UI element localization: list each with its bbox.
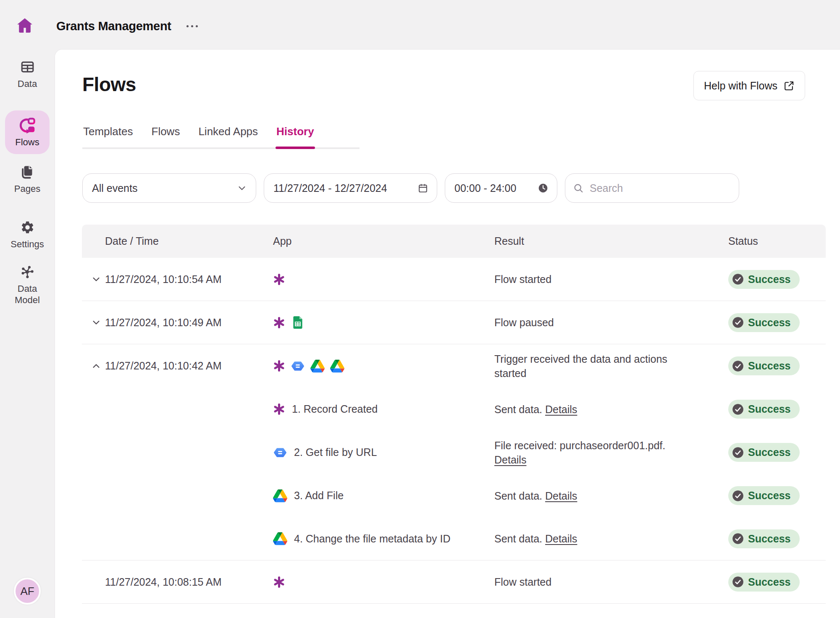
result-text: Sent data.: [494, 403, 545, 415]
flow-asterisk-icon: [273, 403, 285, 415]
status-text: Success: [748, 576, 790, 588]
sidebar-item-flows[interactable]: Flows: [5, 110, 50, 154]
flow-row[interactable]: 11/27/2024, 10:10:49 AMFlow pausedSucces…: [82, 301, 826, 344]
status-badge: Success: [728, 443, 800, 462]
result-text: Flow started: [494, 576, 551, 588]
flow-asterisk-icon: [273, 273, 285, 285]
status-badge: Success: [728, 313, 800, 332]
google-drive-icon: [273, 489, 287, 503]
status-badge: Success: [728, 486, 800, 505]
status-text: Success: [748, 273, 790, 285]
api-hexagon-icon: [291, 359, 305, 373]
collapse-chevron-icon[interactable]: [91, 361, 102, 372]
sidebar-item-data-model[interactable]: Data Model: [0, 264, 55, 306]
result-text: Flow started: [494, 273, 551, 285]
sidebar-item-settings[interactable]: Settings: [0, 220, 55, 250]
status-text: Success: [748, 360, 790, 372]
tab-flows[interactable]: Flows: [151, 125, 181, 147]
flow-row[interactable]: 11/27/2024, 10:08:15 AMFlow startedSucce…: [82, 560, 826, 604]
result-text: Trigger received the data and actions st…: [494, 353, 667, 379]
data-model-icon: [20, 264, 35, 279]
details-link[interactable]: Details: [545, 490, 577, 502]
step-row: 4. Change the file metadata by IDSent da…: [82, 517, 826, 560]
column-header-app: App: [273, 235, 494, 247]
flow-row[interactable]: 11/27/2024, 10:10:54 AMFlow startedSucce…: [82, 258, 826, 301]
flow-row[interactable]: 11/27/2024, 10:10:42 AMTrigger received …: [82, 344, 826, 388]
status-badge: Success: [728, 573, 800, 592]
tab-linked-apps[interactable]: Linked Apps: [197, 125, 259, 147]
status-text: Success: [748, 403, 790, 415]
details-link[interactable]: Details: [494, 454, 526, 466]
flow-asterisk-icon: [273, 576, 285, 588]
result-text: Flow paused: [494, 317, 554, 328]
status-badge: Success: [728, 529, 800, 548]
details-link[interactable]: Details: [545, 403, 577, 415]
status-badge: Success: [728, 356, 800, 375]
column-header-result: Result: [494, 235, 728, 247]
search-input[interactable]: [590, 182, 730, 194]
google-sheets-icon: [291, 315, 305, 330]
check-circle-icon: [732, 533, 744, 545]
table-header: Date / Time App Result Status: [82, 225, 826, 258]
expand-chevron-icon[interactable]: [91, 317, 102, 328]
flow-asterisk-icon: [273, 360, 285, 372]
api-hexagon-icon: [273, 445, 287, 460]
status-text: Success: [748, 533, 790, 545]
step-label: 1. Record Created: [292, 403, 378, 415]
google-drive-icon: [330, 359, 344, 373]
sidebar-item-label: Settings: [10, 238, 44, 250]
app-menu-button[interactable]: [186, 25, 198, 27]
row-datetime: 11/27/2024, 10:10:49 AM: [105, 317, 222, 328]
row-datetime: 11/27/2024, 10:10:54 AM: [105, 273, 222, 285]
step-label: 2. Get file by URL: [294, 446, 377, 458]
step-row: 1. Record CreatedSent data. DetailsSucce…: [82, 388, 826, 431]
help-with-flows-button[interactable]: Help with Flows: [693, 71, 805, 100]
sidebar-item-data[interactable]: Data: [0, 60, 55, 89]
check-circle-icon: [732, 447, 744, 458]
google-drive-icon: [310, 359, 325, 373]
avatar-initials: AF: [20, 585, 34, 598]
status-text: Success: [748, 317, 790, 329]
expand-chevron-icon[interactable]: [91, 274, 102, 285]
google-drive-icon: [273, 532, 287, 546]
filters-bar: All events 11/27/2024 - 12/27/2024 00:00…: [82, 173, 739, 203]
step-label: 3. Add File: [294, 490, 344, 502]
flow-asterisk-icon: [273, 317, 285, 329]
events-select[interactable]: All events: [82, 173, 256, 203]
status-text: Success: [748, 490, 790, 502]
time-range-value: 00:00 - 24:00: [454, 182, 516, 194]
sidebar-item-label: Data Model: [8, 283, 46, 306]
status-badge: Success: [728, 400, 800, 419]
result-text: Sent data.: [494, 533, 545, 545]
history-table: Date / Time App Result Status 11/27/2024…: [82, 225, 826, 604]
help-button-label: Help with Flows: [704, 80, 777, 92]
check-circle-icon: [732, 576, 744, 588]
clock-icon: [538, 183, 549, 194]
step-row: 2. Get file by URLFile received: purchas…: [82, 431, 826, 474]
gear-icon: [20, 220, 35, 235]
events-select-value: All events: [92, 182, 137, 194]
check-circle-icon: [732, 317, 744, 328]
search-icon: [573, 183, 584, 194]
row-datetime: 11/27/2024, 10:10:42 AM: [105, 360, 222, 372]
details-link[interactable]: Details: [545, 533, 577, 545]
check-circle-icon: [732, 273, 744, 285]
step-label: 4. Change the file metadata by ID: [294, 533, 450, 545]
sidebar-item-label: Data: [18, 78, 37, 89]
pages-icon: [20, 165, 35, 179]
sidebar-item-label: Pages: [14, 183, 40, 194]
page-title: Flows: [82, 74, 136, 95]
app-title: Grants Management: [56, 19, 171, 33]
sidebar: Data Flows Pages Settings Data Model AF: [0, 0, 55, 618]
sidebar-item-pages[interactable]: Pages: [0, 165, 55, 194]
search-box: [565, 173, 739, 203]
time-range-input[interactable]: 00:00 - 24:00: [445, 173, 557, 203]
sidebar-item-label: Flows: [15, 137, 39, 148]
row-datetime: 11/27/2024, 10:08:15 AM: [105, 576, 222, 588]
tab-history[interactable]: History: [276, 125, 315, 147]
flows-icon: [19, 117, 36, 134]
date-range-value: 11/27/2024 - 12/27/2024: [273, 182, 387, 194]
avatar[interactable]: AF: [14, 578, 41, 605]
date-range-input[interactable]: 11/27/2024 - 12/27/2024: [264, 173, 437, 203]
tab-templates[interactable]: Templates: [82, 125, 134, 147]
